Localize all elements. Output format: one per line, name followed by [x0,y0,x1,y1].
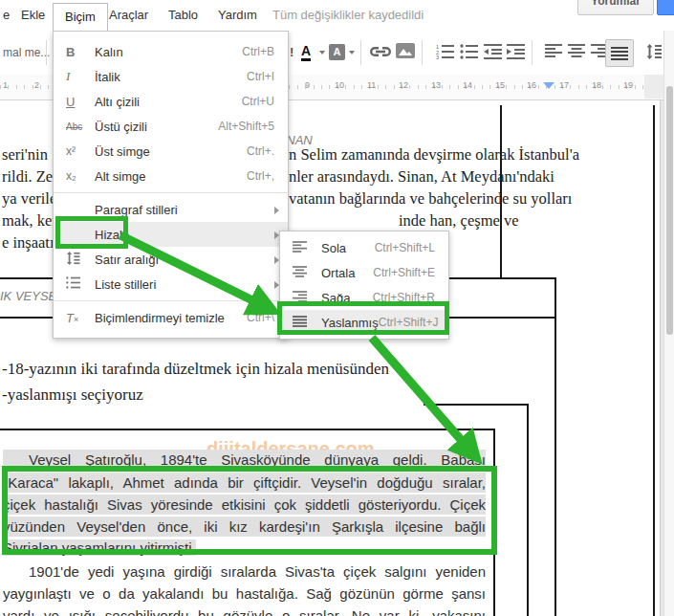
selected-text-line[interactable]: Veysel Şatıroğlu, 1894'te Sivasköyünde d… [3,450,486,470]
strikethrough-icon: Abc [66,121,95,132]
selected-text-line[interactable]: çiçek hastalığı Sivas yöresinde etkisini… [3,495,486,515]
paragraph-fragment: nler arasındaydı. Sinan, At Meydanı'ndak… [289,167,554,187]
menu-bicim[interactable]: Biçim [53,3,108,31]
menu-bar: e Ekle Biçim Araçlar Tablo Yardım Tüm de… [0,0,674,31]
align-justify-icon [293,316,321,330]
line-spacing-icon [66,252,95,268]
menu-item-alti-cizili[interactable]: U Altı çizili Ctrl+U [54,89,288,114]
text-color-button[interactable]: A [301,44,311,61]
menu-item-ustu-cizili[interactable]: Abc Üstü çizili Alt+Shift+5 [54,114,288,139]
ruler-number: 15 [495,80,505,90]
table-border [527,404,529,616]
align-submenu: Sola Ctrl+Shift+L Ortala Ctrl+Shift+E Sa… [279,231,449,340]
ruler-number: 17 [559,80,569,90]
menu-item-italik[interactable]: I İtalik Ctrl+I [54,64,288,89]
text-line[interactable]: 1901'de yedi yaşına girdiği sıralarda Si… [3,561,486,582]
menu-item-satir-araligi[interactable]: Satır aralığı [54,247,288,272]
ruler-number: 2 [34,80,39,90]
submenu-arrow-icon [274,207,279,214]
ruler-number: 13 [431,80,441,90]
align-justify-button-active[interactable] [605,39,634,67]
paragraph-fragment: n Selim zamanında devşirme olarak İstanb… [289,145,579,165]
paragraph-fragment: rildi. Zel [2,167,57,187]
superscript-icon: x² [66,144,95,158]
increase-indent-icon[interactable] [507,44,525,63]
vertical-scrollbar[interactable] [663,13,674,616]
share-button[interactable] [657,0,674,15]
ruler-number: 16 [527,80,536,90]
underline-icon: U [66,95,95,109]
menu-item-ust-simge[interactable]: x² Üst simge Ctrl+. [54,139,288,164]
submenu-item-saga[interactable]: Sağa Ctrl+Shift+R [280,285,448,310]
text-color-dropdown-icon[interactable] [319,51,325,55]
menu-item-alt-simge[interactable]: x₂ Alt simge Ctrl+, [54,164,288,188]
align-left-icon [293,241,321,255]
table-border [554,277,556,616]
decrease-indent-icon[interactable] [484,44,502,63]
comments-button[interactable]: Yorumlar [577,0,654,15]
selected-text-line[interactable]: "Karaca" lakaplı, Ahmet adında bir çiftç… [3,473,486,493]
paragraph-fragment: mak, ker [2,211,57,231]
menu-item-paragraf-stilleri[interactable]: Paragraf stilleri [54,197,288,222]
menu-item-liste-stilleri[interactable]: Liste stilleri [54,272,288,297]
selected-text-line[interactable]: Sivrialan yaşamlarını yitirmişti. [3,538,486,558]
format-menu: B Kalın Ctrl+B I İtalik Ctrl+I U Altı çi… [53,31,289,339]
menu-tablo[interactable]: Tablo [168,8,198,22]
save-status: Tüm değişiklikler kaydedildi [272,8,424,22]
menu-item-hizala[interactable]: Hizala [54,222,288,247]
subscript-icon: x₂ [66,169,95,183]
scrollbar-thumb[interactable] [666,86,673,335]
menu-item-kalin[interactable]: B Kalın Ctrl+B [54,39,288,64]
bold-icon: B [66,45,95,59]
align-center-icon [293,266,321,280]
menu-duzenle-clipped[interactable]: e [3,8,10,22]
google-docs-window: SİNAN n Selim zamanında devşirme olarak … [0,0,674,616]
ruler-number: 10 [335,80,344,90]
ruler-number: 14 [463,80,472,90]
text-line[interactable]: vardı ve ışığı seçebiliyordu bu gözüyle … [3,605,486,616]
insert-link-icon[interactable] [369,44,392,61]
selected-text-line[interactable]: yüzünden Veysel'den önce, iki kız kardeş… [3,517,486,537]
table-border [653,105,655,616]
selected-text: Sivrialan yaşamlarını yitirmişti. [3,539,196,556]
highlight-dropdown-icon[interactable] [349,51,355,55]
clear-formatting-icon: T× [66,311,95,325]
ruler-number: 1 [3,80,8,90]
instruction-line: -18-yazının iki tarafında düzeltmek için… [2,360,389,379]
indent-marker[interactable] [543,82,554,89]
menu-yardim[interactable]: Yardım [218,8,257,22]
table-border [493,429,495,616]
italic-icon: I [66,69,95,84]
ruler-number: 11 [367,80,376,90]
numbered-list-icon[interactable]: 123 [436,44,454,63]
ruler-number: 9 [305,80,310,90]
table-border [0,429,495,430]
paragraph-fragment: ya verile [2,189,56,209]
menu-araclar[interactable]: Araçlar [109,8,148,22]
paragraph-fragment: vatanın bağlarında ve bahçelerinde su yo… [289,189,572,209]
text-line[interactable]: yaygınlaştı ve o da yakalandı bu hastalı… [3,583,486,604]
instruction-line: -yaslanmışı seçiyoruz [2,385,143,405]
submenu-item-yaslanmis[interactable]: Yaslanmış Ctrl+Shift+J [280,310,448,335]
paragraph-style-selector[interactable]: mal me... [3,46,50,59]
highlight-color-button[interactable]: A [329,44,345,60]
menu-item-bicimlendirmeyi-temizle[interactable]: T× Biçimlendirmeyi temizle Ctrl+\ [54,305,288,330]
svg-text:3: 3 [436,55,439,59]
submenu-item-ortala[interactable]: Ortala Ctrl+Shift+E [280,260,448,285]
paragraph-fragment: e inşaatı [2,233,54,253]
align-left-icon[interactable] [545,44,562,61]
menu-separator [54,192,288,193]
paragraph-fragment: inde han, çeşme ve [399,211,519,231]
align-justify-icon [611,47,628,60]
ruler-number: 19 [623,80,633,90]
menu-separator [54,300,288,301]
line-spacing-icon[interactable] [646,44,662,63]
align-center-icon[interactable] [568,44,585,61]
menu-ekle[interactable]: Ekle [21,8,45,22]
submenu-item-sola[interactable]: Sola Ctrl+Shift+L [280,235,448,260]
bulleted-list-icon[interactable] [460,44,478,63]
insert-image-icon[interactable] [396,43,415,62]
list-styles-icon [66,276,95,292]
ruler-number: 18 [592,80,601,90]
ruler-number: 12 [399,80,408,90]
